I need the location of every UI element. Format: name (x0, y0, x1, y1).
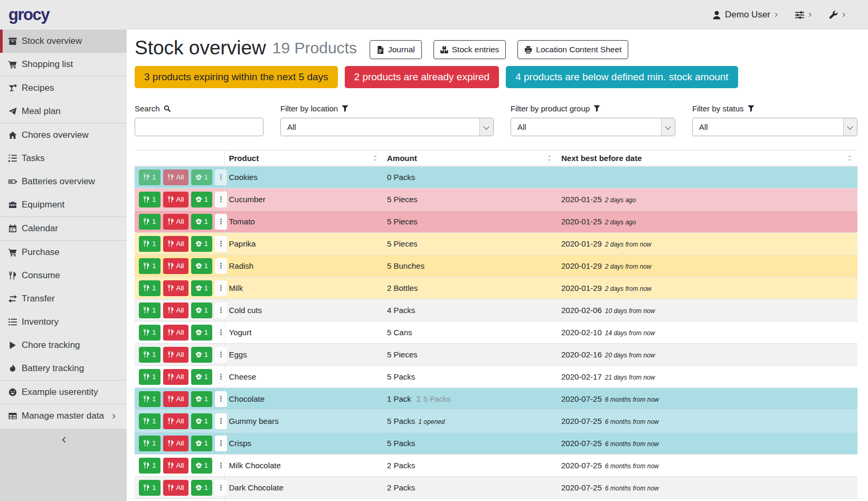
row-more-button[interactable] (215, 458, 227, 474)
row-more-button[interactable] (215, 436, 227, 451)
consume-all-button[interactable]: All (163, 413, 188, 429)
sidebar-item-purchase[interactable]: Purchase (0, 241, 127, 264)
consume-one-button[interactable]: 1 (139, 192, 161, 207)
row-more-button[interactable] (215, 325, 227, 341)
below-min-stock-alert[interactable]: 4 products are below defined min. stock … (506, 66, 738, 88)
row-more-button[interactable] (215, 303, 227, 318)
consume-one-button[interactable]: 1 (139, 169, 161, 185)
row-more-button[interactable] (215, 236, 227, 252)
sidebar-item-label: Recipes (22, 83, 54, 93)
sidebar-item-shopping-list[interactable]: Shopping list (0, 53, 127, 76)
sidebar-item-tasks[interactable]: Tasks (0, 147, 127, 170)
consume-all-button[interactable]: All (163, 303, 188, 318)
admin-menu[interactable] (829, 11, 847, 20)
consume-one-button[interactable]: 1 (139, 347, 161, 363)
row-more-button[interactable] (215, 192, 227, 207)
expiring-products-alert[interactable]: 3 products expiring within the next 5 da… (135, 66, 338, 88)
consume-all-button[interactable]: All (163, 436, 188, 451)
consume-one-button[interactable]: 1 (139, 214, 161, 230)
consume-one-button[interactable]: 1 (139, 458, 161, 474)
row-more-button[interactable] (215, 480, 227, 496)
consume-one-button[interactable]: 1 (139, 236, 161, 252)
consume-all-button[interactable]: All (163, 214, 188, 230)
open-one-button[interactable]: 1 (191, 192, 213, 207)
search-input[interactable] (135, 118, 263, 136)
location-filter-select[interactable]: All (280, 118, 494, 136)
consume-one-button[interactable]: 1 (139, 436, 161, 451)
sidebar-item-chore-tracking[interactable]: Chore tracking (0, 334, 127, 357)
open-one-button[interactable]: 1 (191, 280, 213, 296)
open-one-button[interactable]: 1 (191, 413, 213, 429)
sidebar-item-recipes[interactable]: Recipes (0, 77, 127, 100)
row-more-button[interactable] (215, 369, 227, 385)
consume-one-button[interactable]: 1 (139, 280, 161, 296)
amount-column-header[interactable]: Amount (383, 150, 557, 166)
row-more-button[interactable] (215, 258, 227, 274)
settings-menu[interactable] (795, 11, 813, 20)
open-one-button[interactable]: 1 (191, 436, 213, 451)
sidebar-item-example-userentity[interactable]: Example userentity (0, 381, 127, 404)
consume-all-button[interactable]: All (163, 258, 188, 274)
consume-one-button[interactable]: 1 (139, 258, 161, 274)
sidebar-item-chores-overview[interactable]: Chores overview (0, 124, 127, 147)
open-one-button[interactable]: 1 (191, 258, 213, 274)
consume-all-button[interactable]: All (163, 391, 188, 407)
consume-one-button[interactable]: 1 (139, 413, 161, 429)
sidebar-collapse-button[interactable] (60, 436, 67, 443)
expired-products-alert[interactable]: 2 products are already expired (345, 66, 499, 88)
consume-all-button[interactable]: All (163, 480, 188, 496)
consume-one-button[interactable]: 1 (139, 480, 161, 496)
sidebar-item-battery-tracking[interactable]: Battery tracking (0, 357, 127, 380)
stock-entries-button[interactable]: Stock entries (433, 40, 506, 59)
sidebar-item-manage-master-data[interactable]: Manage master data (0, 404, 127, 428)
sidebar-item-calendar[interactable]: Calendar (0, 217, 127, 240)
row-more-button[interactable] (215, 280, 227, 296)
consume-all-button[interactable]: All (163, 325, 188, 341)
consume-all-button[interactable]: All (163, 458, 188, 474)
journal-button[interactable]: Journal (370, 40, 422, 59)
row-more-button[interactable] (215, 214, 227, 230)
location-content-sheet-button[interactable]: Location Content Sheet (517, 40, 628, 59)
date-column-header[interactable]: Next best before date (557, 150, 857, 166)
sort-icon[interactable] (546, 155, 553, 162)
consume-one-button[interactable]: 1 (139, 303, 161, 318)
sidebar-item-stock-overview[interactable]: Stock overview (0, 30, 127, 53)
product-group-filter-select[interactable]: All (511, 118, 675, 136)
consume-all-button[interactable]: All (163, 280, 188, 296)
sidebar-item-consume[interactable]: Consume (0, 264, 127, 287)
sort-icon[interactable] (372, 155, 379, 162)
open-one-button[interactable]: 1 (191, 214, 213, 230)
open-one-button[interactable]: 1 (191, 458, 213, 474)
row-more-button[interactable] (215, 347, 227, 363)
consume-one-button[interactable]: 1 (139, 391, 161, 407)
consume-all-button[interactable]: All (163, 236, 188, 252)
consume-one-button[interactable]: 1 (139, 369, 161, 385)
open-one-button[interactable]: 1 (191, 480, 213, 496)
open-one-button[interactable]: 1 (191, 347, 213, 363)
sidebar-item-inventory[interactable]: Inventory (0, 310, 127, 334)
consume-one-button[interactable]: 1 (139, 325, 161, 341)
open-one-button[interactable]: 1 (191, 325, 213, 341)
consume-all-button[interactable]: All (163, 369, 188, 385)
open-one-button[interactable]: 1 (191, 169, 213, 185)
row-more-button[interactable] (215, 169, 227, 185)
row-more-button[interactable] (215, 391, 227, 407)
row-more-button[interactable] (215, 413, 227, 429)
consume-all-button[interactable]: All (163, 347, 188, 363)
grocy-logo[interactable]: grocy (8, 5, 49, 24)
open-one-button[interactable]: 1 (191, 236, 213, 252)
open-one-button[interactable]: 1 (191, 303, 213, 318)
consume-all-button[interactable]: All (163, 169, 188, 185)
product-column-header[interactable]: Product (224, 150, 383, 166)
sidebar-item-meal-plan[interactable]: Meal plan (0, 100, 127, 123)
consume-all-button[interactable]: All (163, 192, 188, 207)
sidebar-item-equipment[interactable]: Equipment (0, 193, 127, 216)
status-filter-select[interactable]: All (692, 118, 857, 136)
user-menu[interactable]: Demo User (712, 10, 779, 20)
table-row: 1 All 1 Gummy bears 5 Packs1 opened 2020… (135, 410, 857, 432)
open-one-button[interactable]: 1 (191, 369, 213, 385)
sidebar-item-transfer[interactable]: Transfer (0, 287, 127, 310)
sort-icon[interactable] (846, 155, 853, 162)
open-one-button[interactable]: 1 (191, 391, 213, 407)
sidebar-item-batteries-overview[interactable]: Batteries overview (0, 170, 127, 193)
